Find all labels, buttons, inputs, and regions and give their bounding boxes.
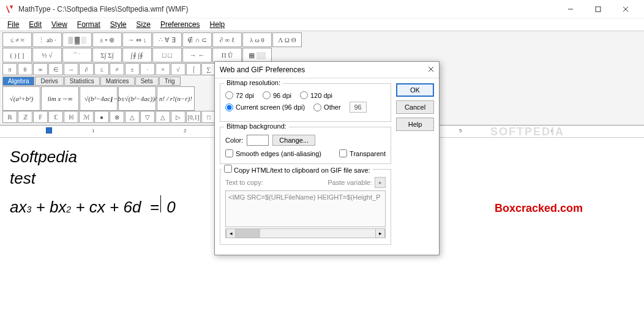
toolbar-cell[interactable]: ℤ (18, 111, 32, 123)
radio-72dpi[interactable]: 72 dpi (225, 91, 254, 99)
radio-other[interactable]: Other (313, 103, 341, 111)
menu-help[interactable]: Help (206, 19, 229, 30)
toolbar-cell[interactable]: ( ) [ ] (2, 48, 32, 62)
web-gif-preferences-dialog: Web and GIF Preferences Bitmap resolutio… (214, 61, 440, 255)
toolbar-cell[interactable]: ▦ ░░ (242, 48, 272, 62)
template-cell[interactable]: lim x→∞ (41, 86, 79, 111)
toolbar-cell[interactable]: ▷ (171, 111, 185, 123)
toolbar-cell[interactable]: △ (125, 111, 140, 123)
template-cell[interactable]: √(a²+b²) (2, 86, 40, 111)
tab-matrices[interactable]: Matrices (100, 77, 135, 86)
watermark-text: Boxcracked.com (495, 202, 583, 215)
toolbar-cell[interactable]: ℍ (64, 111, 78, 123)
toolbar-cell[interactable]: Λ Ω Θ (272, 32, 302, 47)
toolbar-cell[interactable]: ± (125, 63, 140, 75)
template-cell[interactable]: (−b±√(b²−4ac))/2a (118, 86, 156, 111)
textarea-scrollbar[interactable]: ◂ ▸ (225, 228, 386, 238)
checkbox-copy-html[interactable]: Copy HTML/text to clipboard on GIF file … (224, 167, 370, 174)
checkbox-transparent[interactable]: Transparent (339, 149, 386, 157)
toolbar-cell[interactable]: ∂ (79, 63, 94, 75)
toolbar-cell[interactable]: ● (94, 111, 109, 123)
toolbar-cell[interactable]: θ (18, 63, 32, 75)
menu-style[interactable]: Style (107, 19, 130, 30)
tab-statistics[interactable]: Statistics (64, 77, 100, 86)
menu-view[interactable]: View (48, 19, 71, 30)
ok-button[interactable]: OK (396, 83, 434, 97)
toolbar-cell[interactable]: Π Ů (212, 48, 242, 62)
toolbar-cell[interactable]: ∈ (48, 63, 63, 75)
toolbar-cell[interactable]: ≤ (94, 63, 109, 75)
toolbar-cell[interactable]: ℳ (79, 111, 94, 123)
menu-size[interactable]: Size (133, 19, 154, 30)
cancel-button[interactable]: Cancel (396, 100, 434, 114)
toolbar-cell[interactable]: ⌠ (186, 63, 201, 75)
toolbar-cell[interactable]: ∉ ∩ ⊂ (182, 32, 212, 47)
toolbar-cell[interactable]: 𝔽 (33, 111, 48, 123)
other-dpi-input[interactable] (350, 102, 367, 113)
toolbar-cell[interactable]: → (64, 63, 78, 75)
toolbar-cell[interactable]: ℂ (48, 111, 63, 123)
paste-variable-button[interactable]: ▸ (375, 177, 386, 188)
checkbox-smooth-edges[interactable]: Smooth edges (anti-aliasing) (225, 149, 321, 157)
group-legend: Bitmap resolution: (224, 79, 283, 86)
ruler-tab-marker[interactable] (46, 127, 52, 133)
tab-sets[interactable]: Sets (135, 77, 159, 86)
menu-format[interactable]: Format (73, 19, 104, 30)
dialog-close-button[interactable] (428, 66, 434, 74)
toolbar-cell[interactable]: · (140, 63, 155, 75)
maximize-button[interactable] (584, 0, 612, 18)
toolbar-cell[interactable]: × (155, 63, 170, 75)
scroll-left-icon[interactable]: ◂ (226, 229, 236, 238)
toolbar-cell[interactable]: ≤ ≠ ≈ (2, 32, 32, 47)
toolbar-cell[interactable]: → ← (182, 48, 212, 62)
toolbar-cell[interactable]: △ (155, 111, 170, 123)
color-swatch[interactable] (247, 135, 269, 146)
toolbar-cell[interactable]: ⊗ (110, 111, 124, 123)
toolbar-cell[interactable]: π (2, 63, 17, 75)
minimize-button[interactable] (556, 0, 584, 18)
toolbar-cell[interactable]: ∫∮ ∫∮ (122, 48, 152, 62)
help-button[interactable]: Help (396, 118, 434, 131)
window-title: MathType - C:\Softpedia Files\Softpedia.… (18, 5, 188, 13)
radio-120dpi[interactable]: 120 dpi (300, 91, 332, 99)
toolbar-cell[interactable]: ≠ (110, 63, 124, 75)
toolbar-cell[interactable]: ℝ (2, 111, 17, 123)
text-to-copy-label: Text to copy: (225, 179, 263, 186)
copy-html-group: Copy HTML/text to clipboard on GIF file … (220, 169, 391, 245)
toolbar-cell[interactable]: □ □ (152, 48, 182, 62)
tab-algebra[interactable]: Algebra (2, 77, 34, 86)
template-cell[interactable]: n! / r!(n−r)! (157, 86, 195, 111)
toolbar-cell[interactable]: ∂ ∞ ℓ (212, 32, 242, 47)
menu-edit[interactable]: Edit (25, 19, 45, 30)
toolbar-cell[interactable]: ± • ⊗ (92, 32, 122, 47)
toolbar-cell[interactable]: ▒ ▓ ░ (62, 32, 92, 47)
toolbar-cell[interactable]: ½ √ (32, 48, 62, 62)
toolbar-cell[interactable]: ¯ ˙ (62, 48, 92, 62)
toolbar-cell[interactable]: √ (171, 63, 185, 75)
toolbar-cell[interactable]: Σ∫ Σ∫ (92, 48, 122, 62)
dialog-title: Web and GIF Preferences (220, 66, 305, 74)
change-color-button[interactable]: Change... (272, 135, 315, 146)
color-label: Color: (225, 137, 243, 144)
tab-derivs[interactable]: Derivs (35, 77, 63, 86)
toolbar-cell[interactable]: [0,1] (186, 111, 201, 123)
bitmap-background-group: Bitmap background: Color: Change... Smoo… (220, 127, 391, 164)
toolbar-cell[interactable]: ∴ ∀ ∃ (152, 32, 182, 47)
scroll-right-icon[interactable]: ▸ (375, 229, 385, 238)
app-icon (5, 4, 15, 14)
symbol-row-2: ( ) [ ] ½ √ ¯ ˙ Σ∫ Σ∫ ∫∮ ∫∮ □ □ → ← Π Ů … (2, 48, 642, 62)
html-text-area[interactable] (225, 190, 386, 227)
menubar: File Edit View Format Style Size Prefere… (0, 18, 644, 31)
toolbar-cell[interactable]: ⋮ ab · (32, 32, 62, 47)
toolbar-cell[interactable]: ▽ (140, 111, 155, 123)
menu-file[interactable]: File (4, 19, 23, 30)
toolbar-cell[interactable]: λ ω θ (242, 32, 272, 47)
toolbar-cell[interactable]: ∞ (33, 63, 48, 75)
radio-current-screen[interactable]: Current screen (96 dpi) (225, 103, 305, 111)
toolbar-cell[interactable]: → ⇔ ↓ (122, 32, 152, 47)
close-button[interactable] (612, 0, 639, 18)
radio-96dpi[interactable]: 96 dpi (263, 91, 291, 99)
menu-preferences[interactable]: Preferences (157, 19, 204, 30)
tab-trig[interactable]: Trig (159, 77, 181, 86)
bitmap-resolution-group: Bitmap resolution: 72 dpi 96 dpi 120 dpi… (220, 83, 391, 122)
